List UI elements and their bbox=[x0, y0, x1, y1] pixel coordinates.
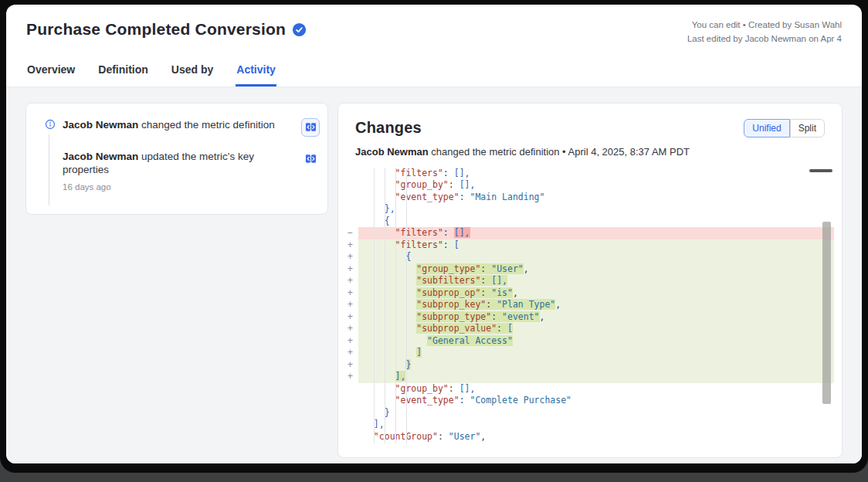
diff-line-added: + "subprop_op": "is", bbox=[346, 287, 834, 300]
activity-text: Jacob Newman changed the metric definiti… bbox=[63, 118, 295, 132]
diff-line-ctx: "group_by": [], bbox=[346, 383, 834, 395]
activity-card: Jacob Newman changed the metric definiti… bbox=[25, 103, 328, 215]
view-diff-button[interactable] bbox=[301, 118, 320, 137]
edit-meta-line1: You can edit • Created by Susan Wahl bbox=[687, 19, 842, 32]
changes-title: Changes bbox=[355, 119, 422, 137]
diff-line-added: + "General Access" bbox=[346, 335, 834, 348]
view-toggle-unified[interactable]: Unified bbox=[744, 119, 789, 137]
view-diff-button[interactable] bbox=[301, 150, 320, 168]
tab-activity[interactable]: Activity bbox=[236, 59, 276, 87]
diff-line-ctx: "group_by": [], bbox=[346, 179, 834, 192]
view-diff-icon bbox=[305, 121, 317, 133]
changes-subtitle: Jacob Newman changed the metric definiti… bbox=[355, 146, 825, 158]
diff-code[interactable]: "filters": [], "group_by": [], "event_ty… bbox=[346, 168, 834, 443]
diff-line-added: + "group_type": "User", bbox=[346, 263, 834, 276]
edit-meta-line2: Last edited by Jacob Newman on Apr 4 bbox=[687, 32, 842, 46]
activity-list: Jacob Newman changed the metric definiti… bbox=[45, 118, 320, 192]
diff-line-added: + ], bbox=[346, 371, 834, 383]
tab-definition[interactable]: Definition bbox=[97, 59, 149, 87]
diff-line-added: + ] bbox=[346, 347, 834, 359]
diff-lines: "filters": [], "group_by": [], "event_ty… bbox=[346, 168, 834, 443]
diff-line-ctx: }, bbox=[346, 203, 834, 216]
diff-line-removed: − "filters": [], bbox=[346, 227, 834, 239]
horizontal-scrollbar-thumb[interactable] bbox=[809, 169, 832, 172]
view-toggle-split[interactable]: Split bbox=[790, 119, 825, 137]
changes-subtitle-text: changed the metric definition • April 4,… bbox=[429, 146, 690, 158]
activity-item: Jacob Newman changed the metric definiti… bbox=[45, 118, 320, 137]
edit-meta: You can edit • Created by Susan Wahl Las… bbox=[687, 17, 842, 46]
page-header: Purchase Completed Conversion You can ed… bbox=[6, 5, 862, 46]
diff-line-added: + "subprop_value": [ bbox=[346, 323, 834, 335]
tab-overview[interactable]: Overview bbox=[26, 59, 76, 87]
diff-line-added: + "subprop_key": "Plan Type", bbox=[346, 299, 834, 311]
info-icon bbox=[45, 119, 56, 130]
diff-line-added: + "filters": [ bbox=[346, 239, 834, 252]
diff-line-added: + "subprop_type": "event", bbox=[346, 311, 834, 324]
tab-used-by[interactable]: Used by bbox=[171, 59, 214, 87]
view-mode-toggle: UnifiedSplit bbox=[744, 119, 825, 137]
diff-line-ctx: "filters": [], bbox=[346, 168, 834, 180]
diff-line-ctx: "event_type": "Main Landing" bbox=[346, 192, 834, 204]
diff-line-ctx: "countGroup": "User", bbox=[346, 431, 834, 443]
diff-line-added: + { bbox=[346, 251, 834, 263]
changes-subtitle-actor: Jacob Newman bbox=[355, 146, 429, 158]
activity-timestamp: 16 days ago bbox=[63, 182, 295, 192]
diff-line-ctx: "event_type": "Complete Purchase" bbox=[346, 395, 834, 407]
changes-card: Changes UnifiedSplit Jacob Newman change… bbox=[337, 103, 843, 458]
tabs: OverviewDefinitionUsed byActivity bbox=[6, 59, 862, 87]
activity-text: Jacob Newman updated the metric's key pr… bbox=[63, 150, 295, 177]
activity-marker bbox=[45, 119, 56, 133]
activity-item: Jacob Newman updated the metric's key pr… bbox=[45, 150, 320, 192]
diff-line-ctx: ], bbox=[346, 419, 834, 431]
diff-line-ctx: } bbox=[346, 407, 834, 419]
timeline-line bbox=[49, 134, 49, 205]
vertical-scrollbar-thumb[interactable] bbox=[822, 222, 831, 404]
diff-line-added: + "subfilters": [], bbox=[346, 275, 834, 287]
verified-badge-icon bbox=[292, 22, 307, 37]
page-title: Purchase Completed Conversion bbox=[26, 20, 286, 39]
app-window: Purchase Completed Conversion You can ed… bbox=[6, 5, 862, 463]
view-diff-icon bbox=[305, 153, 317, 165]
diff-line-ctx: { bbox=[346, 216, 834, 228]
diff-line-added: + } bbox=[346, 359, 834, 372]
content-area: Jacob Newman changed the metric definiti… bbox=[6, 87, 862, 463]
